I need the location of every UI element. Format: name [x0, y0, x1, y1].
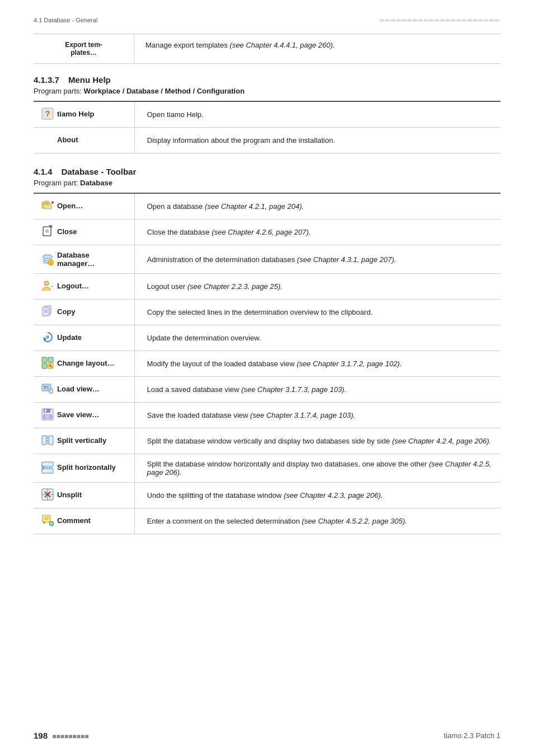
svg-point-21 — [46, 335, 49, 339]
svg-marker-52 — [43, 522, 46, 524]
svg-text:→: → — [49, 283, 54, 289]
copy-description: Copy the selected lines in the determina… — [134, 300, 500, 325]
split-vertically-icon-cell: Split vertically — [34, 428, 134, 454]
svg-text:✓: ✓ — [50, 522, 53, 526]
svg-rect-3 — [44, 201, 49, 203]
change-layout-icon-cell: ✎ Change layout… — [34, 351, 134, 377]
load-view-label: Load view… — [57, 385, 100, 393]
svg-rect-22 — [42, 357, 47, 362]
section-137-title: Menu Help — [68, 75, 111, 85]
split-horizontally-icon — [41, 461, 54, 474]
update-label: Update — [57, 333, 82, 342]
about-description: Display information about the program an… — [134, 128, 500, 153]
svg-point-14 — [44, 281, 49, 286]
export-templates-description: Manage export templates (see Chapter 4.4… — [134, 34, 500, 63]
menu-help-table: ? tiamo Help Open tiamo Help. About — [34, 101, 500, 153]
svg-rect-31 — [44, 389, 49, 389]
export-templates-row: Export tem-plates… Manage export templat… — [34, 34, 500, 64]
about-icon — [41, 133, 54, 146]
update-icon-cell: Update — [34, 325, 134, 351]
table-row: Update Update the determination overview… — [34, 325, 500, 351]
svg-rect-42 — [42, 469, 53, 473]
table-row: Close Close the database (see Chapter 4.… — [34, 220, 500, 245]
load-view-icon-cell: Load view… — [34, 377, 134, 403]
table-row: Split vertically Split the database wind… — [34, 428, 500, 454]
table-row: ✓ Comment Enter a comment on the selecte… — [34, 508, 500, 534]
svg-rect-41 — [42, 462, 53, 466]
svg-rect-28 — [44, 386, 46, 388]
split-vertically-icon — [41, 434, 54, 446]
save-view-icon — [41, 408, 54, 421]
tiamo-help-icon-cell: ? tiamo Help — [34, 101, 134, 128]
comment-label: Comment — [57, 516, 91, 525]
table-row: Copy Copy the selected lines in the dete… — [34, 300, 500, 325]
export-templates-ref: (see Chapter 4.4.4.1, page 260). — [229, 41, 335, 49]
svg-rect-30 — [46, 387, 49, 388]
split-horizontally-icon-cell: Split horizontally — [34, 454, 134, 483]
section-414-title: Database - Toolbar — [61, 167, 136, 176]
help-icon: ? — [41, 108, 54, 120]
svg-text:?: ? — [45, 109, 50, 118]
page-header: 4.1 Database - General ═════════════════… — [34, 17, 500, 24]
open-icon — [41, 199, 54, 212]
split-vertically-label: Split vertically — [57, 436, 106, 445]
table-row: Split horizontally Split the database wi… — [34, 454, 500, 483]
svg-rect-38 — [42, 436, 46, 445]
export-templates-label: Export tem-plates… — [34, 34, 134, 63]
section-137-subtitle: Program parts: Workplace / Database / Me… — [34, 87, 500, 95]
header-decoration: ══════════════════════ — [380, 17, 500, 24]
logout-icon-cell: → Logout… — [34, 274, 134, 300]
db-toolbar-table: Open… Open a database (see Chapter 4.2.1… — [34, 193, 500, 534]
section-414-subtitle: Program part: Database — [34, 179, 500, 187]
footer-product: tiamo 2.3 Patch 1 — [444, 731, 500, 740]
save-view-icon-cell: Save view… — [34, 403, 134, 428]
section-414-number: 4.1.4 — [34, 167, 52, 176]
table-row: Load view… Load a saved database view (s… — [34, 377, 500, 403]
copy-icon-cell: Copy — [34, 300, 134, 325]
table-row: Save view… Save the loaded database view… — [34, 403, 500, 428]
svg-rect-7 — [43, 227, 51, 236]
db-manager-icon-cell: ! Database manager… — [34, 245, 134, 274]
unsplit-icon — [41, 488, 54, 501]
change-layout-label: Change layout… — [57, 359, 115, 367]
svg-rect-51 — [43, 515, 50, 522]
copy-icon — [41, 305, 54, 318]
svg-rect-34 — [44, 409, 50, 413]
svg-rect-24 — [42, 363, 47, 368]
logout-description: Logout user (see Chapter 2.2.3, page 25)… — [134, 274, 500, 300]
unsplit-description: Undo the splitting of the database windo… — [134, 483, 500, 508]
about-label: About — [57, 136, 78, 144]
logout-icon: → — [41, 279, 54, 292]
logout-label: Logout… — [57, 282, 89, 290]
about-icon-cell: About — [34, 128, 134, 153]
section-414-subtitle-bold: Database — [80, 179, 113, 187]
close-description: Close the database (see Chapter 4.2.6, p… — [134, 220, 500, 245]
section-137-number: 4.1.3.7 — [34, 75, 59, 85]
section-414-heading: 4.1.4 Database - Toolbar — [34, 167, 500, 176]
svg-rect-35 — [45, 409, 46, 412]
table-row: ! Database manager… Administration of th… — [34, 245, 500, 274]
page-footer: 198 ■■■■■■■■■ tiamo 2.3 Patch 1 — [34, 731, 500, 740]
close-icon-cell: Close — [34, 220, 134, 245]
db-manager-icon: ! — [41, 253, 54, 265]
update-description: Update the determination overview. — [134, 325, 500, 351]
close-icon — [41, 225, 54, 237]
split-vertically-description: Split the database window vertically and… — [134, 428, 500, 454]
db-manager-label: Database manager… — [57, 251, 127, 268]
close-label: Close — [57, 227, 77, 236]
page-number: 198 ■■■■■■■■■ — [34, 731, 88, 740]
svg-rect-39 — [49, 436, 53, 445]
section-137-subtitle-bold: Workplace / Database / Method / Configur… — [84, 87, 245, 95]
load-view-description: Load a saved database view (see Chapter … — [134, 377, 500, 403]
breadcrumb: 4.1 Database - General — [34, 17, 97, 24]
change-layout-icon: ✎ — [41, 357, 54, 369]
footer-dots: ■■■■■■■■■ — [52, 732, 88, 740]
db-manager-description: Administration of the determination data… — [134, 245, 500, 274]
update-icon — [41, 331, 54, 343]
save-view-description: Save the loaded database view (see Chapt… — [134, 403, 500, 428]
comment-icon: ✓ — [41, 514, 54, 526]
section-137-heading: 4.1.3.7 Menu Help — [34, 75, 500, 85]
split-horizontally-description: Split the database window horizontally a… — [134, 454, 500, 483]
svg-text:✎: ✎ — [49, 364, 53, 369]
change-layout-description: Modify the layout of the loaded database… — [134, 351, 500, 377]
